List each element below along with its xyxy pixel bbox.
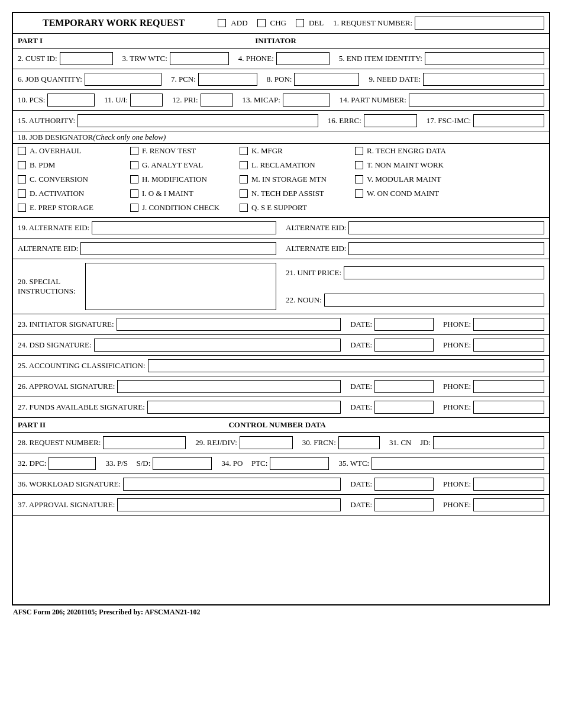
cb-jd-h[interactable] xyxy=(130,175,138,183)
input-f27-date[interactable] xyxy=(374,401,434,414)
input-f26-phone[interactable] xyxy=(473,380,544,393)
input-f12[interactable] xyxy=(201,94,233,107)
row-36: 36. WORKLOAD SIGNATURE: DATE: PHONE: xyxy=(13,474,549,495)
jd-h: H. MODIFICATION xyxy=(142,175,207,184)
checkbox-chg[interactable] xyxy=(257,19,266,27)
cb-jd-j[interactable] xyxy=(130,204,138,212)
input-f24-sig[interactable] xyxy=(94,339,341,352)
input-f17[interactable] xyxy=(473,114,544,127)
label-f20: 20. SPECIAL INSTRUCTIONS: xyxy=(18,277,83,296)
jd-k: K. MFGR xyxy=(251,146,283,156)
row-18-header: 18. JOB DESIGNATOR (Check only one below… xyxy=(13,131,549,144)
cb-jd-i[interactable] xyxy=(130,189,138,198)
label-f16: 16. ERRC: xyxy=(328,116,361,125)
input-f19a[interactable] xyxy=(92,221,276,234)
label-f23: 23. INITIATOR SIGNATURE: xyxy=(18,320,114,329)
row-2-5: 2. CUST ID: 3. TRW WTC: 4. PHONE: 5. END… xyxy=(13,49,549,69)
cb-jd-b[interactable] xyxy=(18,161,26,169)
input-f15[interactable] xyxy=(77,114,318,127)
input-f25[interactable] xyxy=(148,359,544,372)
input-f29[interactable] xyxy=(240,436,293,449)
input-f36-date[interactable] xyxy=(374,478,434,491)
row-24: 24. DSD SIGNATURE: DATE: PHONE: xyxy=(13,335,549,356)
input-f10[interactable] xyxy=(47,94,95,107)
label-chg: CHG xyxy=(270,18,286,28)
input-f27-sig[interactable] xyxy=(147,401,341,414)
cb-jd-c[interactable] xyxy=(18,175,26,183)
input-f33[interactable] xyxy=(153,457,212,470)
input-f8[interactable] xyxy=(294,73,359,86)
cb-jd-n[interactable] xyxy=(240,189,248,198)
input-f37-phone[interactable] xyxy=(473,498,544,511)
input-f21[interactable] xyxy=(344,266,544,279)
part1-sub: INITIATOR xyxy=(43,36,509,46)
input-f5[interactable] xyxy=(425,52,544,65)
input-f7[interactable] xyxy=(198,73,257,86)
input-f24-phone[interactable] xyxy=(473,339,544,352)
cb-jd-g[interactable] xyxy=(130,161,138,169)
input-f32[interactable] xyxy=(49,457,96,470)
input-f2[interactable] xyxy=(60,52,113,65)
row-27: 27. FUNDS AVAILABLE SIGNATURE: DATE: PHO… xyxy=(13,397,549,418)
cb-jd-m[interactable] xyxy=(240,175,248,183)
input-f30[interactable] xyxy=(338,436,380,449)
input-f9[interactable] xyxy=(423,73,544,86)
cb-jd-l[interactable] xyxy=(240,161,248,169)
label-f37-phone: PHONE: xyxy=(443,500,471,510)
input-f27-phone[interactable] xyxy=(473,401,544,414)
input-f3[interactable] xyxy=(170,52,229,65)
input-f13[interactable] xyxy=(283,94,330,107)
input-f31[interactable] xyxy=(433,436,544,449)
label-f10: 10. PCS: xyxy=(18,95,45,105)
cb-jd-q[interactable] xyxy=(240,204,248,212)
input-f20[interactable] xyxy=(85,263,276,310)
input-f36-phone[interactable] xyxy=(473,478,544,491)
label-alt-eid-2: ALTERNATE EID: xyxy=(18,244,78,253)
input-f26-sig[interactable] xyxy=(117,380,341,393)
input-f26-date[interactable] xyxy=(374,380,434,393)
part2-sub: CONTROL NUMBER DATA xyxy=(46,420,509,430)
jd-f: F. RENOV TEST xyxy=(142,146,196,156)
cb-jd-e[interactable] xyxy=(18,204,26,212)
row-37: 37. APPROVAL SIGNATURE: DATE: PHONE: xyxy=(13,495,549,516)
cb-jd-w[interactable] xyxy=(355,189,363,198)
row-10-14: 10. PCS: 11. U/I: 12. PRI: 13. MICAP: 14… xyxy=(13,90,549,111)
input-f19d[interactable] xyxy=(348,242,544,255)
input-f36-sig[interactable] xyxy=(123,478,341,491)
cb-jd-a[interactable] xyxy=(18,147,26,155)
input-f23-sig[interactable] xyxy=(117,318,341,331)
input-f6[interactable] xyxy=(85,73,162,86)
cb-jd-d[interactable] xyxy=(18,189,26,198)
input-f11[interactable] xyxy=(130,94,163,107)
input-f19c[interactable] xyxy=(80,242,276,255)
cb-jd-r[interactable] xyxy=(355,147,363,155)
cb-jd-f[interactable] xyxy=(130,147,138,155)
input-f16[interactable] xyxy=(364,114,417,127)
input-f23-date[interactable] xyxy=(374,318,434,331)
input-f37-date[interactable] xyxy=(374,498,434,511)
label-f24: 24. DSD SIGNATURE: xyxy=(18,340,92,350)
input-f4[interactable] xyxy=(276,52,330,65)
label-f34b: PTC: xyxy=(251,459,267,468)
input-f14[interactable] xyxy=(409,94,544,107)
row-32-35: 32. DPC: 33. P/S S/D: 34. PO PTC: 35. WT… xyxy=(13,453,549,474)
input-f24-date[interactable] xyxy=(374,339,434,352)
checkbox-del[interactable] xyxy=(296,19,304,27)
input-f28[interactable] xyxy=(103,436,186,449)
cb-jd-t[interactable] xyxy=(355,161,363,169)
checkbox-add[interactable] xyxy=(218,19,226,27)
header-row: TEMPORARY WORK REQUEST ADD CHG DEL 1. RE… xyxy=(13,13,549,34)
label-f37: 37. APPROVAL SIGNATURE: xyxy=(18,500,115,510)
jd-t: T. NON MAINT WORK xyxy=(367,160,444,170)
input-f34[interactable] xyxy=(270,457,329,470)
label-alt-eid-3: ALTERNATE EID: xyxy=(286,244,346,253)
input-f19b[interactable] xyxy=(348,221,544,234)
cb-jd-k[interactable] xyxy=(240,147,248,155)
input-f22[interactable] xyxy=(324,294,544,307)
cb-jd-v[interactable] xyxy=(355,175,363,183)
input-f37-sig[interactable] xyxy=(117,498,341,511)
input-req-num[interactable] xyxy=(415,17,544,30)
form-title: TEMPORARY WORK REQUEST xyxy=(43,18,185,28)
input-f35[interactable] xyxy=(372,457,544,470)
input-f23-phone[interactable] xyxy=(473,318,544,331)
